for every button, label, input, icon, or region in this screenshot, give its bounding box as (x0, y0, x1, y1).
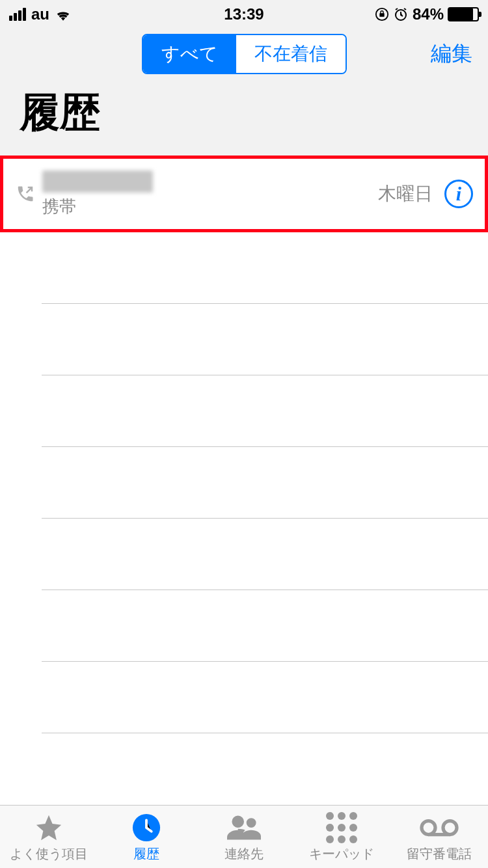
star-icon (34, 811, 64, 844)
list-item (42, 447, 488, 519)
list-item (42, 232, 488, 304)
keypad-icon (326, 811, 357, 844)
header: すべて 不在着信 編集 履歴 (0, 28, 488, 156)
recents-list[interactable]: 携帯 木曜日 i (0, 156, 488, 805)
segmented-control: すべて 不在着信 (142, 34, 347, 74)
wifi-icon (55, 8, 72, 21)
contact-name-redacted (42, 170, 153, 193)
alarm-icon (393, 7, 409, 22)
list-item (42, 590, 488, 662)
voicemail-icon (420, 811, 459, 844)
svg-point-4 (443, 821, 457, 834)
tab-favorites[interactable]: よく使う項目 (0, 806, 98, 868)
tab-label: 留守番電話 (407, 845, 472, 863)
tab-contacts[interactable]: 連絡先 (195, 806, 293, 868)
status-time: 13:39 (224, 5, 264, 23)
clock-icon (131, 811, 161, 844)
tab-label: 履歴 (133, 845, 159, 863)
tab-label: キーパッド (309, 845, 374, 863)
call-row[interactable]: 携帯 木曜日 i (3, 159, 485, 229)
outgoing-call-icon (15, 184, 36, 204)
tab-label: よく使う項目 (10, 845, 88, 863)
segment-all[interactable]: すべて (143, 35, 236, 73)
svg-point-3 (422, 821, 435, 834)
status-bar: au 13:39 84% (0, 0, 488, 28)
call-time-label: 木曜日 (378, 182, 433, 206)
battery-icon (448, 7, 479, 21)
tab-voicemail[interactable]: 留守番電話 (390, 806, 488, 868)
call-type-label: 携帯 (42, 195, 378, 218)
battery-percent: 84% (413, 5, 444, 23)
highlight-annotation: 携帯 木曜日 i (0, 156, 488, 232)
carrier-label: au (31, 5, 49, 23)
page-title: 履歴 (0, 74, 488, 146)
contacts-icon (227, 811, 261, 844)
info-button[interactable]: i (444, 180, 473, 208)
tab-keypad[interactable]: キーパッド (293, 806, 390, 868)
list-item (42, 375, 488, 447)
tab-bar: よく使う項目 履歴 連絡先 キーパッド 留守番電話 (0, 805, 488, 868)
orientation-lock-icon (375, 7, 389, 21)
segment-missed[interactable]: 不在着信 (236, 35, 346, 73)
tab-recents[interactable]: 履歴 (98, 806, 195, 868)
list-item (42, 662, 488, 733)
edit-button[interactable]: 編集 (431, 40, 472, 68)
signal-icon (9, 8, 26, 21)
list-item (42, 304, 488, 375)
list-item (42, 733, 488, 805)
list-item (42, 519, 488, 590)
tab-label: 連絡先 (224, 845, 264, 863)
